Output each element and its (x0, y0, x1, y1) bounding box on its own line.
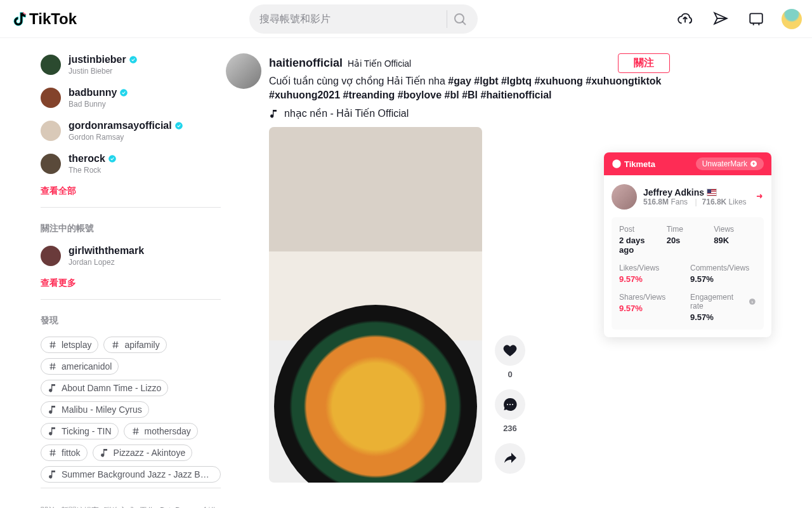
metric-cell: Engagement rate9.57% (690, 293, 756, 322)
download-icon (750, 160, 757, 168)
discover-chip[interactable]: Malibu - Miley Cyrus (41, 401, 149, 418)
discover-chip[interactable]: Ticking - TIN (41, 423, 119, 439)
hashtag[interactable]: #haitienofficial (480, 90, 551, 100)
account-row[interactable]: badbunny Bad Bunny (41, 81, 221, 114)
hashtag[interactable]: #bl (445, 90, 459, 100)
discover-chip[interactable]: Summer Background Jazz - Jazz Backgroun.… (41, 466, 221, 483)
metric-value: 89K (714, 236, 756, 245)
tikmeta-brand-text: Tikmeta (624, 159, 655, 169)
post-avatar[interactable] (226, 53, 261, 89)
tikmeta-icon (612, 159, 622, 169)
hashtag[interactable]: #xuhuong (534, 76, 582, 86)
svg-point-2 (129, 56, 137, 64)
discover-chip[interactable]: americanidol (41, 358, 119, 375)
account-username: badbunny (69, 86, 128, 99)
chip-label: Summer Background Jazz - Jazz Backgroun.… (62, 469, 214, 479)
discover-chip[interactable]: letsplay (41, 337, 98, 353)
follow-button[interactable]: 關注 (618, 53, 670, 73)
metric-cell: Shares/Views9.57% (619, 293, 685, 322)
upload-button[interactable] (675, 9, 695, 29)
account-avatar (41, 246, 61, 266)
tikmeta-top-grid: Post2 days agoTime20sViews89K (619, 225, 756, 255)
see-more-link[interactable]: 查看更多 (41, 272, 76, 294)
messages-button[interactable] (710, 9, 731, 29)
music-title: nhạc nền - Hải Tiến Official (284, 107, 409, 119)
following-title: 關注中的帳號 (41, 213, 221, 239)
see-all-link[interactable]: 查看全部 (41, 180, 76, 202)
hashtag[interactable]: #gay (448, 76, 471, 86)
music-note-icon (100, 448, 110, 458)
inbox-button[interactable] (746, 9, 766, 29)
caption-text: Cuối tuần cùng vợ chồng Hải Tiến nha (269, 76, 448, 86)
account-row[interactable]: justinbieber Justin Bieber (41, 48, 221, 81)
hashtag[interactable]: #Bl (462, 90, 478, 100)
inbox-icon (748, 11, 764, 27)
metric-label: Views (714, 225, 756, 234)
tikmeta-metrics: Post2 days agoTime20sViews89K Likes/View… (612, 217, 764, 330)
share-button[interactable] (495, 443, 525, 474)
tikmeta-avatar (612, 184, 637, 210)
search-input[interactable] (259, 13, 439, 25)
account-username: gordonramsayofficial (69, 119, 183, 132)
hash-icon (131, 426, 141, 436)
svg-point-6 (507, 404, 508, 405)
account-row[interactable]: gordonramsayofficial Gordon Ramsay (41, 114, 221, 147)
cloud-upload-icon (677, 11, 693, 27)
hashtag[interactable]: #treanding (343, 90, 395, 100)
account-row[interactable]: girlwiththemark Jordan Lopez (41, 239, 221, 272)
post-displayname: Hải Tiến Official (348, 58, 411, 69)
music-note-icon (48, 469, 58, 479)
metric-value: 9.57% (619, 304, 685, 313)
discover-chip[interactable]: About Damn Time - Lizzo (41, 380, 168, 396)
music-row[interactable]: nhạc nền - Hải Tiến Official (269, 107, 670, 119)
like-button[interactable] (495, 335, 525, 366)
discover-chip[interactable]: apifamily (103, 337, 166, 353)
discover-chips: letsplayapifamilyamericanidolAbout Damn … (41, 331, 221, 483)
account-avatar (41, 55, 61, 75)
svg-point-4 (175, 122, 183, 130)
account-username: girlwiththemark (69, 244, 144, 257)
tiktok-logo[interactable]: TikTok (10, 10, 77, 28)
chip-label: fittok (62, 448, 81, 458)
search-button[interactable] (452, 11, 468, 27)
metric-label: Engagement rate (690, 293, 756, 311)
heart-icon (502, 343, 518, 358)
chip-label: About Damn Time - Lizzo (62, 383, 161, 393)
music-note-icon (48, 383, 58, 393)
post-username[interactable]: haitienofficial (269, 57, 343, 70)
discover-chip[interactable]: Pizzazz - Akintoye (93, 444, 193, 461)
tikmeta-bottom-grid: Likes/Views9.57%Comments/Views9.57%Share… (619, 264, 756, 322)
chip-label: Malibu - Miley Cyrus (62, 404, 142, 415)
svg-rect-1 (750, 13, 763, 23)
discover-chip[interactable]: mothersday (124, 423, 198, 439)
tikmeta-name: Jeffrey Adkins (643, 187, 747, 197)
unwatermark-badge[interactable]: UnwaterMark (696, 157, 764, 170)
hashtag[interactable]: #xuhuongtiktok (586, 76, 661, 86)
metric-value: 2 days ago (619, 236, 662, 255)
hash-icon (48, 448, 58, 458)
video-player[interactable] (269, 127, 482, 483)
tikmeta-open[interactable] (755, 192, 764, 203)
svg-point-7 (509, 404, 511, 405)
metric-value: 9.57% (690, 312, 756, 322)
divider (41, 207, 221, 208)
user-avatar[interactable] (782, 9, 802, 29)
account-row[interactable]: therock The Rock (41, 147, 221, 180)
hashtag[interactable]: #lgbtq (501, 76, 532, 86)
info-icon (749, 298, 756, 305)
search-bar[interactable] (249, 4, 478, 34)
divider (41, 488, 221, 488)
hashtag[interactable]: #lgbt (474, 76, 498, 86)
comment-count: 236 (503, 424, 517, 433)
hashtag[interactable]: #xuhuong2021 (269, 90, 340, 100)
account-avatar (41, 121, 61, 141)
fans-label: Fans (671, 197, 688, 206)
comment-button[interactable] (495, 389, 525, 420)
tikmeta-card: Tikmeta UnwaterMark Jeffrey Adkins 516.8… (604, 152, 771, 337)
flag-us-icon (707, 189, 717, 196)
share-action (495, 443, 525, 478)
hashtag[interactable]: #boylove (398, 90, 442, 100)
discover-chip[interactable]: fittok (41, 444, 88, 461)
svg-point-0 (455, 14, 464, 23)
metric-value: 9.57% (690, 274, 756, 284)
